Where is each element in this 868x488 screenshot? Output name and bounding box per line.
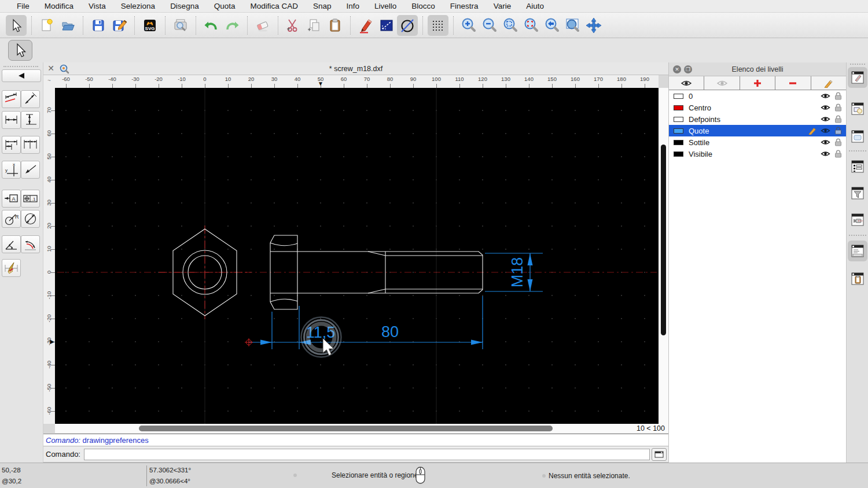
svg-export-button[interactable]: SVG: [139, 15, 160, 36]
back-button[interactable]: [2, 69, 41, 82]
menu-varie[interactable]: Varie: [486, 0, 519, 13]
dimension-update-button[interactable]: [2, 259, 21, 277]
menu-quota[interactable]: Quota: [207, 0, 243, 13]
menu-aiuto[interactable]: Aiuto: [518, 0, 551, 13]
dimension-aligned-button[interactable]: [2, 90, 21, 108]
add-layer-button[interactable]: [740, 76, 775, 90]
menu-modifica-cad[interactable]: Modifica CAD: [242, 0, 306, 13]
grid-toggle-button[interactable]: [428, 15, 448, 36]
menu-disegna[interactable]: Disegna: [163, 0, 207, 13]
dimension-diametric-button[interactable]: [21, 210, 40, 228]
dimension-horizontal-button[interactable]: [2, 111, 21, 129]
edit-layer-button[interactable]: [811, 76, 846, 90]
layer-name: Visibile: [689, 150, 821, 158]
layer-row-0[interactable]: 0: [669, 90, 846, 102]
clipboard-panel-button[interactable]: [848, 268, 867, 289]
vertical-scrollbar[interactable]: [659, 88, 668, 424]
layer-row-visibile[interactable]: Visibile: [669, 148, 846, 160]
layer-row-defpoints[interactable]: Defpoints: [669, 113, 846, 125]
svg-text:SVG: SVG: [145, 25, 155, 31]
layer-list-panel-button[interactable]: [848, 67, 867, 88]
dimension-tolerance-button[interactable]: .1: [21, 190, 40, 208]
redo-button[interactable]: [222, 15, 242, 36]
menu-seleziona[interactable]: Seleziona: [113, 0, 163, 13]
paste-button[interactable]: [325, 15, 345, 36]
lineweight-display-button[interactable]: [376, 15, 397, 36]
remove-layer-button[interactable]: [775, 76, 811, 90]
auto-zoom-button[interactable]: [500, 15, 521, 36]
layer-visible-icon[interactable]: [821, 150, 830, 157]
cut-button[interactable]: [283, 15, 304, 36]
show-all-layers-button[interactable]: [669, 76, 704, 90]
zoom-in-button[interactable]: [458, 15, 479, 36]
dimension-ordinate-button[interactable]: xy: [2, 161, 21, 179]
layer-lock-icon[interactable]: [834, 127, 842, 135]
command-line-panel-button[interactable]: [848, 241, 867, 261]
layer-lock-icon[interactable]: [834, 138, 842, 146]
active-tool-pointer-button[interactable]: [8, 40, 32, 61]
layer-lock-icon[interactable]: [834, 92, 842, 100]
modify-properties-button[interactable]: [355, 15, 376, 36]
hide-all-layers-button[interactable]: [704, 76, 740, 90]
layer-lock-icon[interactable]: [834, 115, 842, 123]
dimension-angular-button[interactable]: [2, 235, 21, 253]
zoom-selection-button[interactable]: [521, 15, 542, 36]
open-file-button[interactable]: [57, 15, 78, 36]
leader-button[interactable]: [21, 161, 40, 179]
layer-row-quote[interactable]: Quote: [669, 125, 846, 136]
menu-info[interactable]: Info: [339, 0, 367, 13]
command-input[interactable]: [84, 449, 650, 460]
menu-livello[interactable]: Livello: [367, 0, 404, 13]
menu-finestra[interactable]: Finestra: [443, 0, 486, 13]
property-editor-panel-button[interactable]: [848, 126, 867, 147]
dimension-radial-button[interactable]: R: [2, 210, 21, 228]
dimension-arc-button[interactable]: [21, 235, 40, 253]
layer-visible-icon[interactable]: [821, 104, 830, 111]
new-document-button[interactable]: [36, 15, 57, 36]
command-window-button[interactable]: [652, 448, 667, 461]
layer-row-centro[interactable]: Centro: [669, 102, 846, 113]
zoom-window-button[interactable]: [562, 15, 583, 36]
zoom-out-button[interactable]: [479, 15, 500, 36]
menu-blocco[interactable]: Blocco: [404, 0, 443, 13]
vertical-scrollbar-thumb[interactable]: [661, 145, 666, 335]
horizontal-scrollbar-thumb[interactable]: [139, 426, 553, 431]
draft-mode-button[interactable]: [397, 15, 418, 36]
dimension-vertical-button[interactable]: [21, 111, 40, 129]
layer-visible-icon[interactable]: [821, 116, 830, 123]
layer-edit-pencil-icon[interactable]: [808, 127, 816, 135]
layer-row-sottile[interactable]: Sottile: [669, 136, 846, 148]
filter-panel-button[interactable]: [848, 183, 867, 204]
menu-modifica[interactable]: Modifica: [37, 0, 81, 13]
menu-snap[interactable]: Snap: [306, 0, 339, 13]
panel-close-button[interactable]: ✕: [673, 65, 681, 73]
save-button[interactable]: [88, 15, 109, 36]
horizontal-scrollbar[interactable]: 10 < 100: [55, 424, 668, 434]
drawing-canvas[interactable]: 11,5 80 M18: [55, 88, 659, 424]
layer-visible-icon[interactable]: [821, 93, 830, 99]
selection-filter-panel-button[interactable]: [848, 156, 867, 177]
menu-file[interactable]: File: [9, 0, 37, 13]
layer-lock-icon[interactable]: [834, 150, 842, 158]
pan-button[interactable]: [583, 15, 604, 36]
dim-text-length[interactable]: 80: [381, 323, 399, 341]
copy-button[interactable]: [304, 15, 325, 36]
previous-view-button[interactable]: [542, 15, 562, 36]
delete-button[interactable]: [252, 15, 273, 36]
layer-lock-icon[interactable]: [834, 103, 842, 112]
undo-button[interactable]: [201, 15, 222, 36]
print-preview-button[interactable]: [170, 15, 191, 36]
dim-text-thread[interactable]: M18: [509, 257, 526, 288]
selection-pointer-button[interactable]: [6, 15, 27, 36]
layer-visible-icon[interactable]: [821, 139, 830, 146]
block-list-panel-button[interactable]: [848, 98, 867, 119]
dimension-rotated-button[interactable]: [21, 90, 40, 108]
dimension-label-button[interactable]: A: [2, 190, 21, 208]
save-as-button[interactable]: [109, 15, 130, 36]
dimension-baseline-button[interactable]: [2, 136, 21, 154]
layer-visible-icon[interactable]: [821, 127, 830, 134]
panel-float-button[interactable]: ❐: [684, 65, 692, 73]
dimension-continue-button[interactable]: [21, 136, 40, 154]
view-panel-button[interactable]: [848, 209, 867, 230]
menu-vista[interactable]: Vista: [81, 0, 113, 13]
